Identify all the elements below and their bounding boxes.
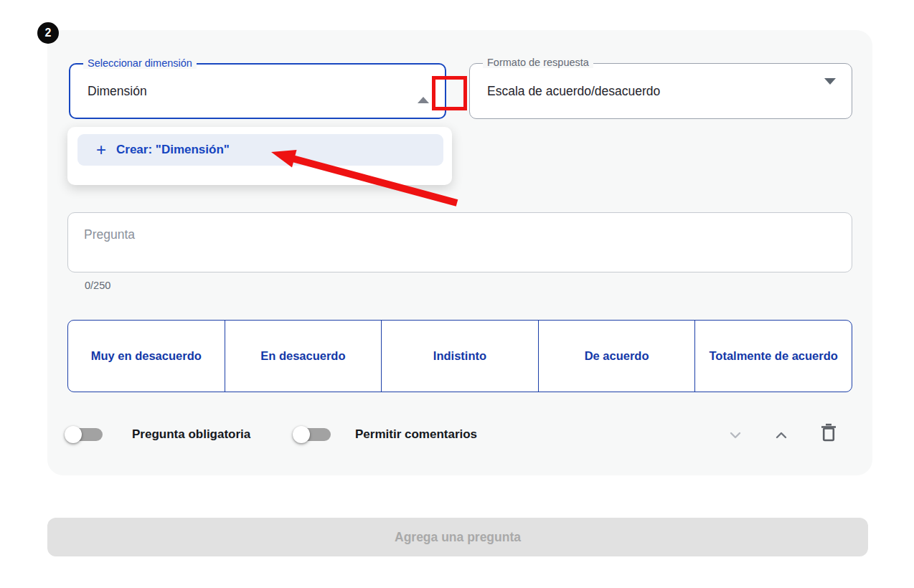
collapse-arrow-icon[interactable] — [418, 85, 429, 98]
trash-icon — [819, 422, 838, 442]
response-format-label: Formato de respuesta — [483, 57, 593, 68]
response-format-value: Escala de acuerdo/desacuerdo — [487, 84, 660, 99]
step-badge: 2 — [37, 22, 59, 44]
scale-option: De acuerdo — [539, 321, 696, 392]
create-dimension-option[interactable]: + Crear: "Dimensión" — [77, 134, 443, 166]
required-question-toggle[interactable] — [65, 425, 105, 445]
dimension-select[interactable]: Seleccionar dimensión Dimensión — [69, 63, 446, 119]
chevron-down-icon — [727, 427, 744, 444]
scale-option: Totalmente de acuerdo — [695, 321, 852, 392]
delete-question-button[interactable] — [819, 423, 838, 442]
required-question-label: Pregunta obligatoria — [132, 427, 250, 442]
dimension-select-label: Seleccionar dimensión — [83, 57, 197, 69]
move-up-button[interactable] — [772, 426, 791, 445]
annotation-highlight-box — [432, 76, 467, 110]
response-format-select[interactable]: Formato de respuesta Escala de acuerdo/d… — [469, 63, 852, 119]
move-down-button[interactable] — [726, 426, 745, 445]
scale-option: Indistinto — [382, 321, 539, 392]
question-builder-page: Seleccionar dimensión Dimensión Formato … — [0, 0, 914, 588]
question-input[interactable] — [67, 212, 852, 272]
allow-comments-toggle[interactable] — [293, 425, 334, 445]
chevron-up-icon — [773, 427, 790, 444]
scale-option: Muy en desacuerdo — [68, 321, 225, 392]
question-card: Seleccionar dimensión Dimensión Formato … — [47, 30, 872, 475]
scale-option: En desacuerdo — [225, 321, 382, 392]
dimension-select-value: Dimensión — [88, 84, 147, 99]
allow-comments-label: Permitir comentarios — [355, 427, 477, 442]
create-dimension-option-label: Crear: "Dimensión" — [116, 143, 230, 157]
dimension-dropdown-menu: + Crear: "Dimensión" — [67, 127, 452, 185]
character-counter: 0/250 — [85, 280, 110, 291]
plus-icon: + — [96, 141, 106, 158]
agreement-scale-table: Muy en desacuerdo En desacuerdo Indistin… — [67, 320, 852, 392]
expand-arrow-icon[interactable] — [824, 85, 836, 98]
add-question-button[interactable]: Agrega una pregunta — [47, 518, 868, 556]
